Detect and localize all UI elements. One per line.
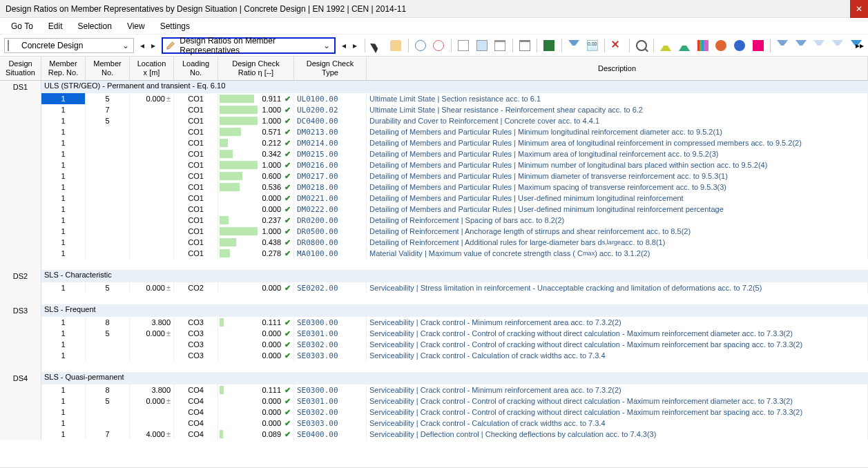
cell-check-type[interactable]: SE0302.00 [294, 339, 367, 350]
cell-loading[interactable]: CO1 [174, 170, 218, 182]
cell-member-no[interactable] [86, 170, 130, 182]
table-row[interactable]: 1 5 0.000± CO4 0.000✔ SE0301.00 Servicea… [0, 396, 868, 407]
cell-location[interactable] [130, 148, 174, 159]
cell-rep-no[interactable]: 1 [41, 182, 86, 193]
cell-loading[interactable]: CO1 [174, 126, 218, 137]
prev-module-button[interactable]: ◂ [137, 41, 148, 50]
header-location[interactable]: Location x [m] [130, 57, 174, 80]
cell-check-type[interactable]: DM0221.00 [294, 193, 367, 204]
cell-member-no[interactable] [86, 226, 130, 237]
cell-ratio[interactable]: 0.111✔ [218, 317, 294, 328]
view-button[interactable] [413, 38, 429, 53]
cell-check-type[interactable]: SE0301.00 [294, 396, 367, 407]
cell-member-no[interactable] [86, 182, 130, 193]
cell-ratio[interactable]: 1.000✔ [218, 115, 294, 126]
cell-description[interactable]: Detailing of Members and Particular Rule… [367, 159, 868, 170]
group-row[interactable]: DS3SLS - Frequent [0, 304, 868, 317]
cell-member-no[interactable]: 5 [86, 93, 130, 104]
toggle-panes-button[interactable] [456, 38, 472, 53]
cell-member-no[interactable] [86, 193, 130, 204]
vfilter1-button[interactable] [775, 38, 791, 53]
cell-member-no[interactable] [86, 418, 130, 429]
table-row[interactable]: 1 CO1 0.212✔ DM0214.00 Detailing of Memb… [0, 137, 868, 148]
cell-location[interactable] [130, 193, 174, 204]
cell-loading[interactable]: CO1 [174, 93, 218, 104]
cell-member-no[interactable]: 7 [86, 104, 130, 115]
table-row[interactable]: 1 CO1 0.536✔ DM0218.00 Detailing of Memb… [0, 182, 868, 193]
cell-description[interactable]: Detailing of Reinforcement | Anchorage l… [367, 226, 868, 237]
cell-ratio[interactable]: 0.536✔ [218, 182, 294, 193]
hand-select-button[interactable] [388, 38, 404, 53]
cell-loading[interactable]: CO4 [174, 418, 218, 429]
search-button[interactable] [634, 38, 650, 53]
cell-rep-no[interactable]: 1 [41, 226, 86, 237]
header-type[interactable]: Design Check Type [294, 57, 367, 80]
header-loading[interactable]: Loading No. [174, 57, 218, 80]
cell-location[interactable]: 0.000± [130, 328, 174, 339]
cell-loading[interactable]: CO1 [174, 159, 218, 170]
cell-location[interactable]: 0.000± [130, 396, 174, 407]
cell-location[interactable] [130, 204, 174, 215]
design-module-combo[interactable]: Concrete Design ⌄ [4, 38, 134, 53]
header-description[interactable]: Description [367, 57, 868, 80]
table-row[interactable]: 1 5 0.000± CO2 0.000✔ SE0202.00 Servicea… [0, 282, 868, 293]
cell-ratio[interactable]: 1.000✔ [218, 104, 294, 115]
table-row[interactable]: 1 5 0.000± CO3 0.000✔ SE0301.00 Servicea… [0, 328, 868, 339]
cell-member-no[interactable] [86, 237, 130, 248]
table-row[interactable]: 1 CO4 0.000✔ SE0302.00 Serviceability | … [0, 407, 868, 418]
cell-description[interactable]: Serviceability | Stress limitation in re… [367, 282, 868, 293]
table-row[interactable]: 1 5 CO1 1.000✔ DC0400.00 Durability and … [0, 115, 868, 126]
cell-member-no[interactable] [86, 339, 130, 350]
cell-rep-no[interactable]: 1 [41, 396, 86, 407]
next-module-button[interactable]: ▸ [148, 41, 159, 50]
close-button[interactable]: ✕ [850, 0, 868, 18]
cell-check-type[interactable]: SE0303.00 [294, 418, 367, 429]
vfilter2-button[interactable] [793, 38, 809, 53]
cell-rep-no[interactable]: 1 [41, 328, 86, 339]
cell-location[interactable] [130, 159, 174, 170]
clear-button[interactable] [609, 38, 625, 53]
prev-table-button[interactable]: ◂ [338, 41, 349, 50]
cell-loading[interactable]: CO1 [174, 115, 218, 126]
table-row[interactable]: 1 CO1 0.600✔ DM0217.00 Detailing of Memb… [0, 170, 868, 182]
cell-loading[interactable]: CO3 [174, 350, 218, 361]
cell-description[interactable]: Serviceability | Crack control - Control… [367, 407, 868, 418]
cell-rep-no[interactable]: 1 [41, 339, 86, 350]
cell-ratio[interactable]: 1.000✔ [218, 226, 294, 237]
cell-check-type[interactable]: DM0217.00 [294, 170, 367, 182]
toolbar-scroll-right[interactable]: ▸▸ [856, 41, 864, 50]
cell-check-type[interactable]: SE0303.00 [294, 350, 367, 361]
menu-selection[interactable]: Selection [71, 20, 119, 32]
cell-check-type[interactable]: SE0300.00 [294, 384, 367, 396]
cell-ratio[interactable]: 0.571✔ [218, 126, 294, 137]
group-row[interactable]: DS1ULS (STR/GEO) - Permanent and transie… [0, 81, 868, 93]
cell-description[interactable]: Detailing of Reinforcement | Additional … [367, 237, 868, 248]
cell-ratio[interactable]: 0.000✔ [218, 418, 294, 429]
cell-check-type[interactable]: DR0500.00 [294, 226, 367, 237]
table-row[interactable]: 1 8 3.800 CO4 0.111✔ SE0300.00 Serviceab… [0, 384, 868, 396]
menu-go-to[interactable]: Go To [4, 20, 40, 32]
cell-rep-no[interactable]: 1 [41, 126, 86, 137]
table-row[interactable]: 1 CO1 0.438✔ DR0800.00 Detailing of Rein… [0, 237, 868, 248]
vfilter3-button[interactable] [811, 38, 827, 53]
cell-loading[interactable]: CO4 [174, 384, 218, 396]
cell-location[interactable]: 0.000± [130, 282, 174, 293]
cell-check-type[interactable]: DC0400.00 [294, 115, 367, 126]
cell-loading[interactable]: CO1 [174, 215, 218, 226]
cell-description[interactable]: Serviceability | Crack control - Control… [367, 328, 868, 339]
cell-rep-no[interactable]: 1 [41, 429, 86, 440]
color-scale-button[interactable] [695, 38, 711, 53]
cell-check-type[interactable]: SE0400.00 [294, 429, 367, 440]
header-situation[interactable]: Design Situation [0, 57, 41, 80]
cell-check-type[interactable]: UL0200.02 [294, 104, 367, 115]
cell-loading[interactable]: CO2 [174, 282, 218, 293]
header-rep-no[interactable]: Member Rep. No. [41, 57, 86, 80]
cell-rep-no[interactable]: 1 [41, 115, 86, 126]
cell-rep-no[interactable]: 1 [41, 170, 86, 182]
cell-ratio[interactable]: 0.911✔ [218, 93, 294, 104]
cell-check-type[interactable]: DM0214.00 [294, 137, 367, 148]
number-format-button[interactable]: 0.00 [584, 38, 600, 53]
table-row[interactable]: 1 CO1 0.000✔ DM0222.00 Detailing of Memb… [0, 204, 868, 215]
cell-description[interactable]: Detailing of Members and Particular Rule… [367, 137, 868, 148]
cell-loading[interactable]: CO1 [174, 193, 218, 204]
